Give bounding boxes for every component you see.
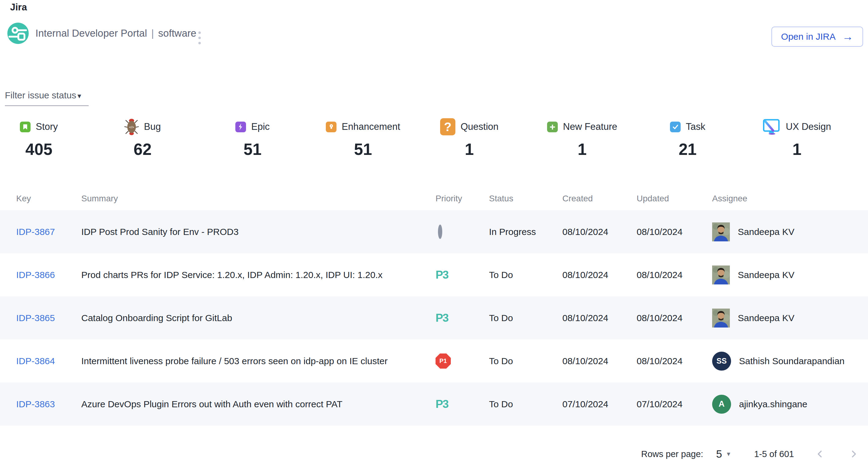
- table-header-row: Key Summary Priority Status Created Upda…: [0, 187, 868, 210]
- rows-per-page-label: Rows per page:: [641, 449, 703, 459]
- column-header-priority: Priority: [436, 194, 489, 203]
- stat-label: Bug: [144, 121, 161, 132]
- task-icon: [670, 122, 681, 132]
- issue-summary: Prod charts PRs for IDP Service: 1.20.x,…: [81, 270, 436, 280]
- svg-text:</>: </>: [129, 125, 134, 129]
- stat-label: Task: [686, 121, 705, 132]
- stat-label: New Feature: [563, 121, 617, 132]
- open-in-jira-label: Open in JIRA: [781, 31, 836, 42]
- assignee-avatar: [712, 265, 730, 285]
- issue-key-link[interactable]: IDP-3866: [16, 270, 55, 280]
- issue-created: 08/10/2024: [562, 313, 637, 323]
- chevron-down-icon: ▾: [727, 450, 730, 458]
- column-header-status: Status: [489, 194, 562, 203]
- enhancement-icon: [326, 122, 337, 132]
- issue-status: To Do: [489, 313, 562, 323]
- issue-created: 08/10/2024: [562, 227, 637, 237]
- jira-plugin-page: Jira Internal Developer Portal | softwar…: [0, 0, 868, 465]
- stat-count: 405: [20, 140, 58, 159]
- project-title: Internal Developer Portal: [35, 28, 147, 39]
- assignee-name: ajinkya.shingane: [739, 399, 807, 409]
- chevron-left-icon: [815, 449, 825, 459]
- open-in-jira-button[interactable]: Open in JIRA →: [771, 27, 863, 47]
- priority-p3-badge: P3: [436, 398, 448, 410]
- issue-updated: 08/10/2024: [637, 313, 712, 323]
- issue-created: 08/10/2024: [562, 356, 637, 366]
- assignee-avatar: [712, 308, 730, 328]
- issue-key-link[interactable]: IDP-3863: [16, 399, 55, 409]
- stat-ux-design: UX Design 1: [763, 117, 831, 159]
- stat-count: 51: [326, 140, 400, 159]
- rows-per-page-select[interactable]: 5 ▾: [716, 448, 731, 460]
- issue-updated: 07/10/2024: [637, 399, 712, 409]
- issue-updated: 08/10/2024: [637, 356, 712, 366]
- issue-updated: 08/10/2024: [637, 227, 712, 237]
- stat-count: 51: [235, 140, 270, 159]
- new-feature-icon: +: [547, 122, 558, 132]
- column-header-key: Key: [16, 194, 81, 203]
- priority-none-icon: [438, 225, 442, 239]
- kebab-menu-icon[interactable]: [197, 30, 202, 45]
- story-icon: [20, 122, 31, 132]
- page-title: Jira: [10, 2, 27, 13]
- issue-status: In Progress: [489, 227, 562, 237]
- assignee-name: Sandeepa KV: [738, 313, 794, 323]
- issue-key-link[interactable]: IDP-3865: [16, 313, 55, 323]
- project-subheader: Internal Developer Portal | software: [7, 23, 196, 44]
- issue-summary: Azure DevOps Plugin Errors out with Auth…: [81, 399, 436, 409]
- stat-label: Enhancement: [342, 121, 400, 132]
- priority-p1-badge: P1: [436, 354, 451, 369]
- issue-key-link[interactable]: IDP-3867: [16, 227, 55, 237]
- issue-status: To Do: [489, 356, 562, 366]
- project-logo-icon: [7, 23, 29, 44]
- issue-status: To Do: [489, 399, 562, 409]
- assignee-name: Sandeepa KV: [738, 270, 794, 280]
- table-row: IDP-3865 Catalog Onboarding Script for G…: [0, 296, 868, 339]
- assignee-avatar-initials: SS: [712, 352, 731, 371]
- project-name: Internal Developer Portal | software: [35, 28, 196, 39]
- filter-issue-status-select[interactable]: Filter issue status▾: [5, 90, 89, 106]
- table-row: IDP-3864 Intermittent liveness probe fai…: [0, 339, 868, 383]
- stat-count: 1: [547, 140, 617, 159]
- chevron-right-icon: [848, 449, 858, 459]
- column-header-updated: Updated: [637, 194, 712, 203]
- issue-summary: Catalog Onboarding Script for GitLab: [81, 313, 436, 323]
- next-page-button[interactable]: [847, 447, 860, 461]
- pagination-range: 1-5 of 601: [754, 449, 794, 459]
- stat-count: 1: [763, 140, 831, 159]
- priority-p3-badge: P3: [436, 312, 448, 324]
- stat-label: Question: [461, 121, 498, 132]
- issue-key-link[interactable]: IDP-3864: [16, 356, 55, 366]
- stat-label: UX Design: [786, 121, 831, 132]
- assignee-name: Sathish Soundarapandian: [739, 356, 844, 366]
- issue-updated: 08/10/2024: [637, 270, 712, 280]
- issue-status: To Do: [489, 270, 562, 280]
- stat-enhancement: Enhancement 51: [326, 117, 400, 159]
- question-icon: ?: [440, 118, 455, 135]
- assignee-avatar-initials: A: [712, 395, 731, 414]
- issue-created: 07/10/2024: [562, 399, 637, 409]
- issue-created: 08/10/2024: [562, 270, 637, 280]
- table-row: IDP-3863 Azure DevOps Plugin Errors out …: [0, 383, 868, 426]
- stat-new-feature: + New Feature 1: [547, 117, 617, 159]
- stat-label: Story: [36, 121, 58, 132]
- assignee-avatar: [712, 223, 730, 241]
- stat-count: 1: [440, 140, 498, 159]
- table-row: IDP-3866 Prod charts PRs for IDP Service…: [0, 253, 868, 296]
- previous-page-button[interactable]: [814, 447, 827, 461]
- project-separator: |: [151, 28, 154, 39]
- filter-issue-status-label: Filter issue status: [5, 90, 76, 100]
- column-header-created: Created: [562, 194, 637, 203]
- issue-summary: Intermittent liveness probe failure / 50…: [81, 356, 436, 366]
- issues-table: Key Summary Priority Status Created Upda…: [0, 187, 868, 426]
- epic-icon: [235, 122, 246, 132]
- column-header-summary: Summary: [81, 194, 436, 203]
- bug-icon: </>: [124, 118, 139, 136]
- stat-task: Task 21: [670, 117, 705, 159]
- stat-count: 62: [124, 140, 161, 159]
- stat-question: ? Question 1: [440, 117, 498, 159]
- table-row: IDP-3867 IDP Post Prod Sanity for Env - …: [0, 210, 868, 253]
- priority-p3-badge: P3: [436, 269, 448, 281]
- stat-bug: </> Bug 62: [124, 117, 161, 159]
- column-header-assignee: Assignee: [712, 194, 868, 203]
